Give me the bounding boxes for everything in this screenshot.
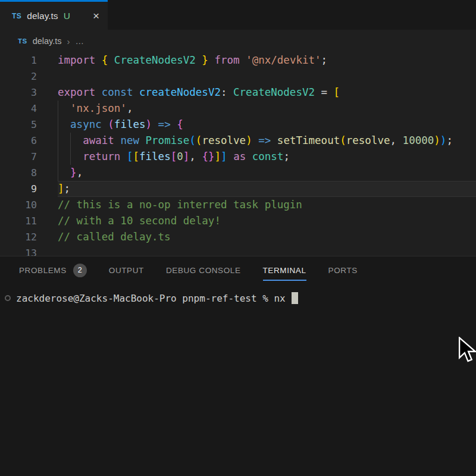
problems-count-badge: 2	[73, 264, 87, 277]
tab-debug-console-label: DEBUG CONSOLE	[166, 266, 241, 275]
code-text: export const createNodesV2: CreateNodesV…	[58, 84, 476, 101]
indent-guide	[58, 149, 58, 165]
breadcrumb: TS delay.ts › …	[0, 30, 476, 52]
code-text: async (files) => {	[58, 117, 476, 133]
indent-guide	[58, 133, 58, 149]
line-number[interactable]: 9	[0, 181, 37, 197]
code-line[interactable]: 8 },	[0, 165, 476, 181]
terminal-prompt: zackderose@Zacks-MacBook-Pro pnpm-ref-te…	[16, 293, 286, 304]
line-number[interactable]: 6	[0, 133, 37, 149]
code-text	[58, 245, 476, 256]
indent-guide	[58, 101, 58, 117]
line-number[interactable]: 4	[0, 101, 37, 117]
code-line[interactable]: 11// with a 10 second delay!	[0, 213, 476, 229]
code-text: return [[files[0], {}]] as const;	[58, 149, 476, 165]
code-line[interactable]: 1import { CreateNodesV2 } from '@nx/devk…	[0, 52, 476, 68]
code-line[interactable]: 6 await new Promise((resolve) => setTime…	[0, 133, 476, 149]
line-number[interactable]: 5	[0, 117, 37, 133]
code-text: ];	[58, 181, 476, 197]
bottom-panel: PROBLEMS 2 OUTPUT DEBUG CONSOLE TERMINAL…	[0, 256, 476, 476]
line-number[interactable]: 1	[0, 52, 37, 68]
close-icon[interactable]: ×	[93, 10, 99, 21]
line-number[interactable]: 3	[0, 84, 37, 101]
panel-tab-bar: PROBLEMS 2 OUTPUT DEBUG CONSOLE TERMINAL…	[0, 256, 476, 284]
line-number[interactable]: 10	[0, 197, 37, 213]
tab-problems[interactable]: PROBLEMS 2	[19, 256, 87, 284]
line-number[interactable]: 7	[0, 149, 37, 165]
tab-output[interactable]: OUTPUT	[109, 256, 144, 284]
code-text: // called delay.ts	[58, 229, 476, 245]
tab-terminal-label: TERMINAL	[263, 266, 306, 275]
code-lines: 1import { CreateNodesV2 } from '@nx/devk…	[0, 52, 476, 256]
terminal-cursor	[292, 292, 298, 304]
code-line[interactable]: 10// this is a no-op interred task plugi…	[0, 197, 476, 213]
tab-delay-ts[interactable]: TS delay.ts U ×	[0, 0, 108, 30]
line-number[interactable]: 13	[0, 245, 37, 256]
tab-terminal[interactable]: TERMINAL	[263, 256, 306, 284]
code-text: 'nx.json',	[58, 101, 476, 117]
code-text: },	[58, 165, 476, 181]
code-text: await new Promise((resolve) => setTimeou…	[58, 133, 476, 149]
line-number[interactable]: 12	[0, 229, 37, 245]
tab-problems-label: PROBLEMS	[19, 266, 67, 275]
code-line[interactable]: 13	[0, 245, 476, 256]
code-editor[interactable]: 1import { CreateNodesV2 } from '@nx/devk…	[0, 52, 476, 256]
code-line[interactable]: 3export const createNodesV2: CreateNodes…	[0, 84, 476, 101]
tab-debug-console[interactable]: DEBUG CONSOLE	[166, 256, 241, 284]
indent-guide	[70, 133, 71, 149]
typescript-file-icon: TS	[12, 12, 21, 20]
chevron-right-icon: ›	[67, 36, 70, 46]
breadcrumb-file[interactable]: delay.ts	[33, 36, 62, 46]
code-line[interactable]: 9];	[0, 181, 476, 197]
code-line[interactable]: 5 async (files) => {	[0, 117, 476, 133]
code-line[interactable]: 4 'nx.json',	[0, 101, 476, 117]
command-decoration-icon	[5, 295, 11, 301]
code-line[interactable]: 2	[0, 68, 476, 84]
indent-guide	[58, 165, 58, 181]
indent-guide	[70, 149, 71, 165]
line-number[interactable]: 2	[0, 68, 37, 84]
tab-ports-label: PORTS	[328, 266, 358, 275]
tab-ports[interactable]: PORTS	[328, 256, 358, 284]
line-number[interactable]: 8	[0, 165, 37, 181]
git-status-badge: U	[64, 11, 70, 21]
code-line[interactable]: 7 return [[files[0], {}]] as const;	[0, 149, 476, 165]
typescript-file-icon: TS	[18, 37, 27, 45]
line-number[interactable]: 11	[0, 213, 37, 229]
tab-output-label: OUTPUT	[109, 266, 144, 275]
editor-tab-bar: TS delay.ts U ×	[0, 0, 476, 30]
indent-guide	[58, 117, 58, 133]
breadcrumb-symbol[interactable]: …	[76, 36, 85, 46]
code-text	[58, 68, 476, 84]
code-text: import { CreateNodesV2 } from '@nx/devki…	[58, 52, 476, 68]
tab-title: delay.ts	[27, 11, 58, 21]
terminal[interactable]: zackderose@Zacks-MacBook-Pro pnpm-ref-te…	[5, 292, 476, 305]
code-text: // with a 10 second delay!	[58, 213, 476, 229]
code-line[interactable]: 12// called delay.ts	[0, 229, 476, 245]
code-text: // this is a no-op interred task plugin	[58, 197, 476, 213]
